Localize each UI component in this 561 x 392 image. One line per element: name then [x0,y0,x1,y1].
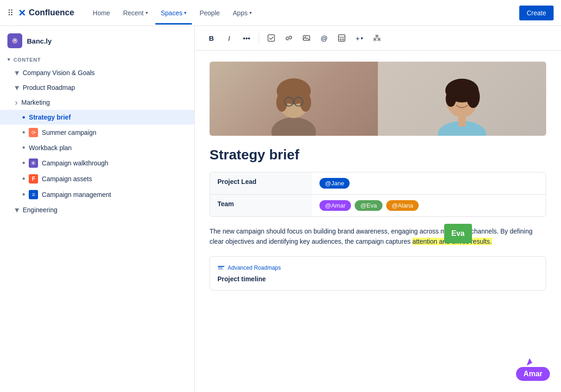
space-name: Banc.ly [27,37,51,45]
svg-point-22 [466,86,480,108]
svg-rect-24 [218,266,224,267]
svg-point-12 [276,93,287,112]
jane-tag[interactable]: @Jane [319,178,350,189]
logo[interactable]: ✕ Confluence [18,7,74,19]
amar-badge: Amar [516,367,550,381]
main-area: Banc.ly ▾ CONTENT ▾ Company Vision & Goa… [0,26,561,392]
italic-button[interactable]: I [222,31,236,45]
sidebar-item-marketing[interactable]: › Marketing [0,95,194,110]
content-section: ▾ CONTENT ▾ Company Vision & Goals ▾ Pro… [0,52,194,219]
page-content: Strategy brief Project Lead @Jane Team @… [195,51,561,392]
chevron-down-icon: ▾ [15,206,19,214]
project-lead-label: Project Lead [210,172,312,194]
nav-recent[interactable]: Recent ▾ [117,6,153,20]
campaign-management-icon: ≡ [29,190,38,199]
project-lead-value: @Jane [312,172,357,194]
expand-button[interactable]: ⁂ [370,31,384,45]
eva-tooltip: Eva [444,224,472,243]
body-text-content: The new campaign should focus on buildin… [210,228,533,245]
image-button[interactable] [299,31,314,45]
chevron-down-icon: ▾ [146,10,148,15]
bullet-icon: • [22,113,25,121]
space-header[interactable]: Banc.ly [0,26,194,52]
svg-point-9 [272,117,316,136]
toolbar-separator [259,33,259,43]
hero-image [210,62,546,136]
sidebar-item-product-roadmap[interactable]: ▾ Product Roadmap [0,80,194,95]
nav-people[interactable]: People [194,6,225,20]
svg-rect-4 [338,35,345,41]
sidebar-item-company-vision[interactable]: ▾ Company Vision & Goals [0,65,194,80]
team-row: Team @Amar @Eva @Alana [210,195,546,216]
checkbox-button[interactable] [264,31,279,45]
mention-button[interactable]: @ [317,31,332,45]
sidebar-item-summer-campaign[interactable]: • ⟳ Summer campaign [0,125,194,140]
page-title: Strategy brief [210,147,546,163]
svg-point-0 [14,42,16,43]
content-area: B I ••• @ + ▾ ⁂ [195,26,561,392]
chevron-down-icon: ▾ [7,57,11,63]
link-button[interactable] [281,31,296,45]
nav-home[interactable]: Home [87,6,115,20]
campaign-walkthrough-icon: ✳ [29,158,38,168]
roadmap-card: Advanced Roadmaps Project timeline [210,256,546,291]
bullet-icon: • [22,128,25,137]
grid-icon[interactable]: ⠿ [7,8,13,18]
sidebar-item-campaign-walkthrough[interactable]: • ✳ Campaign walkthrough [0,155,194,171]
bullet-icon: • [22,144,25,152]
confluence-logo-icon: ✕ [18,7,26,19]
team-value: @Amar @Eva @Alana [312,195,426,216]
amar-cursor-overlay: Amar [516,357,550,381]
sidebar-item-workback-plan[interactable]: • Workback plan [0,140,194,155]
chevron-right-icon: › [15,98,18,107]
bullet-icon: • [22,190,25,199]
alana-tag[interactable]: @Alana [386,200,419,211]
bullet-icon: • [22,159,25,167]
bullet-icon: • [22,175,25,183]
space-avatar [7,33,22,48]
chevron-down-icon: ▾ [184,10,186,15]
insert-button[interactable]: + ▾ [352,32,367,44]
svg-point-17 [287,109,301,118]
project-lead-row: Project Lead @Jane [210,172,546,195]
chevron-right-icon: ▾ [15,69,19,77]
sidebar-item-campaign-management[interactable]: • ≡ Campaign management [0,187,194,202]
properties-table: Project Lead @Jane Team @Amar @Eva @Alan… [210,172,546,217]
roadmap-icon [217,264,225,272]
svg-marker-27 [527,358,532,366]
campaign-assets-icon: F [29,174,38,183]
sidebar-item-engineering[interactable]: ▾ Engineering [0,202,194,217]
roadmap-card-header: Advanced Roadmaps [217,264,538,272]
summer-campaign-icon: ⟳ [29,128,38,137]
chevron-down-icon: ▾ [249,10,252,15]
table-button[interactable] [334,31,349,45]
more-button[interactable]: ••• [239,31,254,45]
bold-button[interactable]: B [204,31,219,45]
svg-rect-1 [268,35,274,41]
amar-arrow-icon [526,357,535,367]
nav-items: Home Recent ▾ Spaces ▾ People Apps ▾ [87,6,514,20]
top-navigation: ⠿ ✕ Confluence Home Recent ▾ Spaces ▾ Pe… [0,0,561,26]
create-button[interactable]: Create [519,6,554,20]
editor-toolbar: B I ••• @ + ▾ ⁂ [195,26,561,51]
roadmap-title: Project timeline [217,275,538,283]
sidebar-item-strategy-brief[interactable]: • Strategy brief [0,110,194,125]
team-label: Team [210,195,312,216]
nav-spaces[interactable]: Spaces ▾ [155,6,192,20]
eva-tag[interactable]: @Eva [355,200,382,211]
svg-point-23 [446,90,456,107]
logo-text: Confluence [29,8,74,18]
body-text: Eva The new campaign should focus on bui… [210,226,546,247]
svg-rect-25 [218,267,223,268]
amar-tag[interactable]: @Amar [319,200,351,211]
chevron-down-icon: ▾ [15,83,19,92]
nav-apps[interactable]: Apps ▾ [227,6,257,20]
sidebar-item-campaign-assets[interactable]: • F Campaign assets [0,171,194,187]
content-group-header[interactable]: ▾ CONTENT [0,54,194,65]
svg-point-13 [300,93,311,112]
roadmap-label: Advanced Roadmaps [228,265,281,271]
svg-rect-26 [218,269,223,270]
sidebar: Banc.ly ▾ CONTENT ▾ Company Vision & Goa… [0,26,195,392]
